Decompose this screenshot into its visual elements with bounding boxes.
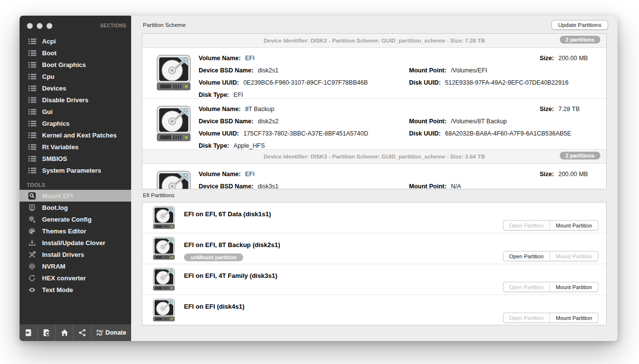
main-content: Partition Scheme Update Partitions Devic… <box>131 16 617 341</box>
list-icon <box>28 96 37 104</box>
disk-group-title: Device Identifier: DISK2 - Partition Sch… <box>264 38 485 44</box>
field: Device BSD Name:disk2s1 <box>199 65 368 77</box>
open-partition-button: Open Partition <box>503 221 549 230</box>
hard-drive-icon <box>152 267 176 292</box>
sidebar-item-generate-config[interactable]: Generate Config <box>20 213 131 225</box>
field-value: EFI <box>245 55 254 62</box>
field-label: Disk UUID: <box>409 79 441 86</box>
sidebar-item-boot-log[interactable]: Boot.log <box>20 202 131 213</box>
field: Volume Name:EFI <box>199 52 368 65</box>
home-icon <box>61 329 68 337</box>
sidebar-item-install-update-clover[interactable]: Install/Update Clover <box>20 237 131 249</box>
sidebar-item-devices[interactable]: Devices <box>20 82 131 94</box>
sidebar-item-label: Graphics <box>42 120 69 127</box>
field: Volume UUID:0E239BC6-F960-3107-89CF-1C97… <box>199 77 368 89</box>
field: Size:200.00 MB <box>540 168 588 181</box>
sidebar-item-text-mode[interactable]: Text Mode <box>20 284 131 296</box>
hard-drive-icon <box>152 298 176 322</box>
sidebar-item-gui[interactable]: Gui <box>20 106 131 117</box>
field: Volume Name:EFI <box>199 168 278 181</box>
partition-details-left: Volume Name:EFIDevice BSD Name:disk2s1Vo… <box>199 52 368 101</box>
sidebar-item-boot[interactable]: Boot <box>20 47 131 59</box>
open-partition-button[interactable]: Open Partition <box>503 251 549 261</box>
field-label: Size: <box>540 171 554 178</box>
tools-list: Mount EFIBoot.logGenerate ConfigThemes E… <box>20 190 131 296</box>
sidebar-item-kernel-and-kext-patches[interactable]: Kernel and Kext Patches <box>20 129 131 141</box>
circular-arrows-icon <box>28 274 37 282</box>
traffic-light-zoom[interactable] <box>46 23 52 29</box>
partition-row: Volume Name:8T BackupDevice BSD Name:dis… <box>142 99 606 150</box>
hard-drive-icon <box>152 236 176 261</box>
import-icon <box>24 329 32 337</box>
field: Disk UUID:512E9338-97FA-49A2-9EFC-07DE40… <box>409 77 569 89</box>
field-value: 175CF733-7802-3BBC-A37E-8BF451A5740D <box>243 130 368 137</box>
field-label: Disk UUID: <box>409 130 441 137</box>
field-value: /Volumes/EFI <box>451 67 487 74</box>
home-button[interactable] <box>56 324 74 341</box>
sidebar-item-label: Disable Drivers <box>42 96 89 104</box>
sidebar-item-themes-editor[interactable]: Themes Editor <box>20 225 131 237</box>
mount-partition-button[interactable]: Mount Partition <box>549 282 598 292</box>
list-icon <box>28 143 37 151</box>
paypal-icon: PayPal <box>96 329 103 337</box>
export-button[interactable] <box>38 324 56 341</box>
sidebar-item-cpu[interactable]: Cpu <box>20 70 131 82</box>
update-partitions-button[interactable]: Update Partitions <box>551 20 608 30</box>
field-label: Mount Point: <box>409 67 446 74</box>
sidebar-item-label: Devices <box>42 85 66 92</box>
traffic-light-close[interactable] <box>27 23 33 29</box>
unmount-partition-button[interactable]: unMount partition <box>184 253 243 261</box>
donate-button[interactable]: PayPal Donate <box>91 324 131 341</box>
partition-size: Size:7.28 TB <box>540 103 580 115</box>
partition-row: Volume Name:EFIDevice BSD Name:disk2s1Vo… <box>142 48 606 99</box>
sidebar-item-mount-efi[interactable]: Mount EFI <box>20 190 131 202</box>
import-button[interactable] <box>20 324 38 341</box>
field: Mount Point:N/A <box>409 181 461 189</box>
sidebar: SECTIONS AcpiBootBoot GraphicsCpuDevices… <box>20 16 131 341</box>
share-icon <box>78 329 86 337</box>
sidebar-item-install-drivers[interactable]: Install Drivers <box>20 249 131 260</box>
traffic-light-minimize[interactable] <box>37 23 43 29</box>
field: Size:7.28 TB <box>540 103 580 115</box>
list-icon <box>28 49 37 57</box>
field-value: disk2s2 <box>258 118 278 125</box>
field-label: Disk Type: <box>199 142 229 149</box>
sidebar-item-label: Text Mode <box>42 286 73 294</box>
field: Size:200.00 MB <box>540 52 588 65</box>
sidebar-item-label: System Parameters <box>42 167 101 174</box>
sidebar-item-acpi[interactable]: Acpi <box>20 35 131 47</box>
field-label: Volume UUID: <box>199 79 239 86</box>
chip-icon <box>28 262 37 270</box>
field-value: 200.00 MB <box>558 171 588 178</box>
sidebar-item-label: NVRAM <box>42 263 66 270</box>
sidebar-item-nvram[interactable]: NVRAM <box>20 260 131 272</box>
field-value: 7.28 TB <box>558 106 580 113</box>
share-button[interactable] <box>73 324 91 341</box>
field: Mount Point:/Volumes/8T Backup <box>409 115 571 128</box>
sidebar-item-boot-graphics[interactable]: Boot Graphics <box>20 59 131 70</box>
donate-label: Donate <box>106 329 126 336</box>
field-label: Device BSD Name: <box>199 118 253 125</box>
sidebar-item-system-parameters[interactable]: System Parameters <box>20 164 131 176</box>
field-value: 512E9338-97FA-49A2-9EFC-07DE40B22916 <box>445 79 569 86</box>
partition-buttons: Open PartitionMount Partition <box>503 251 598 261</box>
sidebar-item-disable-drivers[interactable]: Disable Drivers <box>20 94 131 106</box>
field: Device BSD Name:disk3s1 <box>199 181 278 189</box>
tools-header: TOOLS <box>20 181 131 190</box>
partition-buttons: Open PartitionMount Partition <box>503 282 598 292</box>
mount-partition-button[interactable]: Mount Partition <box>549 221 598 230</box>
mount-efi-icon <box>28 192 37 200</box>
sidebar-item-label: Themes Editor <box>42 228 86 235</box>
sidebar-item-smbios[interactable]: SMBIOS <box>20 153 131 164</box>
efi-partition-title: EFI on EFI, 8T Backup (disk2s1) <box>184 241 280 249</box>
sidebar-item-graphics[interactable]: Graphics <box>20 117 131 129</box>
efi-partitions-panel: EFI on EFI, 6T Data (disk1s1)Open Partit… <box>142 202 607 325</box>
sidebar-item-hex-converter[interactable]: HEX converter <box>20 272 131 284</box>
field-label: Volume UUID: <box>199 130 239 137</box>
clover-configurator-window: SECTIONS AcpiBootBoot GraphicsCpuDevices… <box>20 16 617 341</box>
hard-drive-icon <box>155 105 193 143</box>
open-partition-button: Open Partition <box>503 313 549 322</box>
mount-partition-button[interactable]: Mount Partition <box>549 313 598 322</box>
sidebar-item-label: Boot <box>42 49 57 57</box>
sidebar-item-rt-variables[interactable]: Rt Variables <box>20 141 131 153</box>
